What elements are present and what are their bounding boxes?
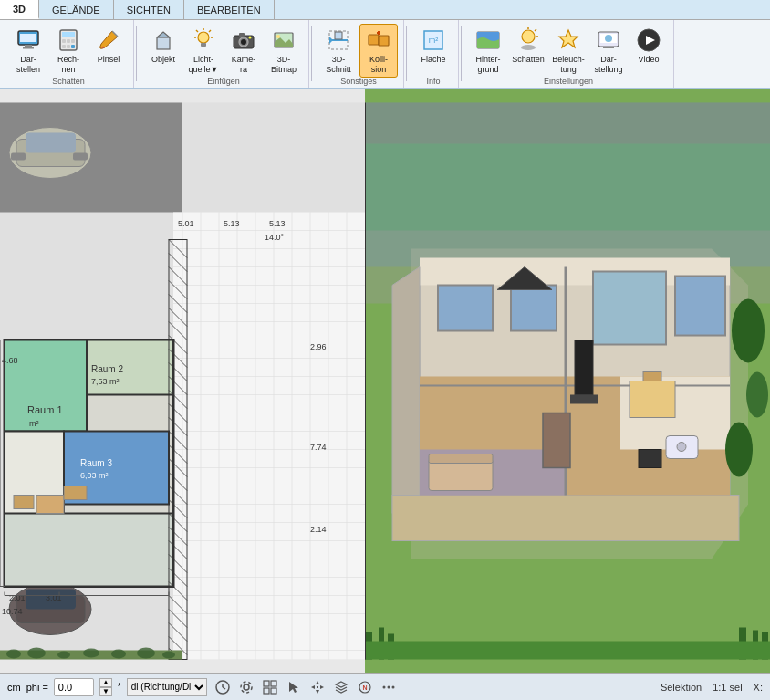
svg-point-15 [198,32,209,43]
btn-kollision[interactable]: Kolli-sion [359,24,398,78]
compass-icon[interactable]: N [355,677,375,697]
svg-rect-196 [643,372,661,381]
phi-up[interactable]: ▲ [99,678,112,687]
cursor-icon[interactable] [284,677,304,697]
tab-bearbeiten[interactable]: BEARBEITEN [184,0,275,19]
svg-rect-32 [335,32,342,39]
btn-schatten[interactable]: Schatten [509,24,547,75]
x-label: X: [754,682,763,693]
ribbon-label-einstellungen: Einstellungen [544,77,593,86]
svg-rect-220 [271,688,276,694]
svg-rect-14 [157,37,170,49]
svg-text:2.96: 2.96 [310,342,327,351]
svg-rect-50 [603,47,614,48]
svg-text:10.74: 10.74 [2,607,23,616]
monitor-icon [16,27,41,53]
hintergrund-icon [475,27,501,53]
phi-input[interactable] [54,678,94,696]
svg-rect-2 [25,45,32,47]
calculator-icon [56,27,81,53]
svg-rect-226 [317,686,318,688]
svg-rect-33 [369,35,379,45]
btn-kamera[interactable]: Kame-ra [224,24,263,78]
tab-gelaende[interactable]: GELÄNDE [39,0,114,19]
ribbon-label-schatten: Schatten [52,77,85,86]
btn-video[interactable]: Video [630,24,668,75]
btn-hintergrund[interactable]: Hinter-grund [469,24,507,78]
ribbon-group-einfuegen: Objekt Licht-quelle▼ Kame-ra 3D-Bitmap [139,20,309,88]
svg-text:7.74: 7.74 [310,443,327,452]
svg-text:m²: m² [29,419,39,428]
svg-rect-218 [271,681,276,686]
ribbon-label-einfuegen: Einfügen [207,77,240,86]
svg-rect-21 [201,43,206,47]
svg-point-26 [249,37,252,39]
objekt-icon [151,27,176,53]
btn-darstellung[interactable]: Dar-stellung [589,24,628,78]
svg-rect-103 [5,514,173,587]
tab-bar: 3D GELÄNDE SICHTEN BEARBEITEN [0,0,770,20]
view3d-pane[interactable] [365,89,770,673]
svg-rect-4 [20,34,36,42]
svg-line-19 [196,30,198,32]
more-icon[interactable] [379,677,399,697]
btn-beleuchtung[interactable]: Beleuch-tung [549,24,588,78]
svg-point-215 [244,684,249,690]
btn-3dbitmap[interactable]: 3D-Bitmap [265,24,303,78]
btn-darstellen[interactable]: Dar-stellen [9,24,47,78]
svg-rect-110 [36,496,64,514]
status-bar-right: Selektion 1:1 sel X: [661,682,763,693]
tab-sichten[interactable]: SICHTEN [114,0,184,19]
svg-rect-194 [429,454,493,464]
svg-rect-186 [511,286,557,331]
ribbon: Dar-stellen Rech-nen Pinsel Schatten [0,20,770,89]
btn-rechnen[interactable]: Rech-nen [49,24,88,78]
svg-rect-3 [23,47,34,49]
svg-line-44 [535,29,536,31]
svg-marker-31 [329,37,333,44]
svg-rect-8 [67,39,70,43]
svg-text:5.13: 5.13 [269,219,286,228]
svg-line-17 [209,30,211,32]
btn-lichtquelle[interactable]: Licht-quelle▼ [184,24,223,78]
floorplan-pane[interactable]: Raum 1 m² Raum 2 7,53 m² Raum 3 6,03 m² … [0,89,365,673]
svg-point-165 [6,650,21,659]
svg-rect-112 [64,486,87,500]
svg-marker-221 [289,682,298,693]
darstellung-icon [596,27,621,53]
phi-down[interactable]: ▼ [99,687,112,696]
tab-3d[interactable]: 3D [0,0,39,19]
layers-icon[interactable] [331,677,351,697]
svg-line-214 [223,687,225,689]
dl-dropdown[interactable]: dl (Richtung/Di [127,678,207,696]
svg-rect-191 [575,340,593,395]
svg-point-170 [137,648,155,659]
svg-rect-11 [67,45,70,48]
settings-icon[interactable] [236,677,256,697]
svg-rect-210 [365,103,770,144]
svg-point-169 [111,650,126,659]
svg-rect-99 [5,340,87,432]
grid-icon[interactable] [260,677,280,697]
btn-objekt[interactable]: Objekt [144,24,182,75]
svg-rect-111 [14,496,34,509]
svg-rect-185 [438,286,493,331]
svg-rect-179 [392,496,739,541]
btn-flaeche[interactable]: m² Fläche [414,24,453,75]
svg-rect-7 [62,39,66,43]
svg-point-42 [521,45,536,50]
svg-text:6,03 m²: 6,03 m² [80,471,109,480]
svg-text:N: N [362,684,367,691]
btn-pinsel[interactable]: Pinsel [89,24,128,75]
svg-point-231 [387,685,390,688]
move-icon[interactable] [307,677,328,697]
svg-point-28 [276,35,280,38]
btn-3dschnitt[interactable]: 3D-Schnitt [319,24,358,78]
svg-rect-187 [593,272,666,345]
selection-label: Selektion [661,682,702,693]
clock-icon[interactable] [213,677,233,697]
svg-marker-222 [316,681,319,684]
paintbrush-icon [96,27,121,53]
svg-rect-192 [570,395,598,404]
ribbon-group-info: m² Fläche Info [409,20,459,88]
